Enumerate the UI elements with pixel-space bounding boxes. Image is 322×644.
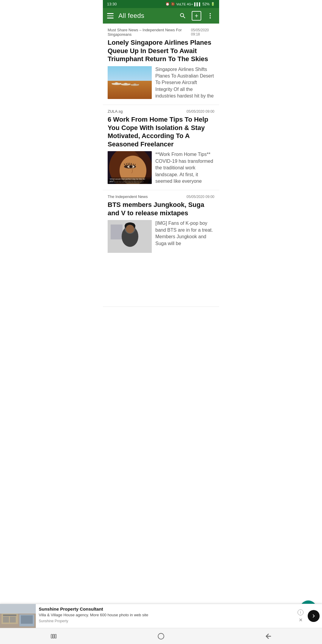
status-time: 13:30 — [107, 2, 117, 6]
article-title: BTS members Jungkook, Suga and V to rele… — [108, 201, 214, 217]
article-date: 05/05/2020 09:00 — [187, 109, 214, 114]
network-icon: VoLTE 4G+ — [176, 2, 193, 6]
article-meta: The Independent News 05/05/2020 09:00 — [108, 194, 214, 199]
article-body: [IMG] Fans of K-pop boy band BTS are in … — [108, 220, 214, 253]
article-meta: Must Share News – Independent News For S… — [108, 28, 214, 37]
thumbnail-image — [108, 66, 152, 99]
article-thumbnail — [108, 66, 152, 99]
search-icon — [179, 12, 186, 19]
article-source: Must Share News – Independent News For S… — [108, 28, 191, 37]
svg-rect-30 — [108, 179, 152, 184]
more-vertical-icon — [207, 12, 214, 19]
article-item[interactable]: ZULA.sg 05/05/2020 09:00 6 Work From Hom… — [103, 105, 219, 190]
svg-point-1 — [210, 15, 211, 16]
svg-line-23 — [130, 163, 130, 165]
mute-icon: 🔕 — [171, 2, 175, 6]
signal-bars-icon: ▌▌▌ — [194, 2, 201, 6]
article-date: 05/05/2020 09:00 — [187, 195, 214, 199]
app-bar-actions — [178, 11, 215, 21]
svg-text:What would that perfect day be: What would that perfect day be like for … — [109, 181, 144, 183]
alarm-icon: ⏰ — [165, 2, 170, 6]
feed-list: Must Share News – Independent News For S… — [103, 24, 219, 307]
article-item[interactable]: Must Share News – Independent News For S… — [103, 24, 219, 105]
article-excerpt: **Work From Home Tips** COVID-19 has tra… — [155, 151, 214, 185]
article-item[interactable]: The Independent News 05/05/2020 09:00 BT… — [103, 190, 219, 307]
add-icon — [194, 13, 199, 18]
svg-point-0 — [210, 13, 211, 14]
article-source: ZULA.sg — [108, 109, 123, 114]
svg-point-12 — [134, 83, 136, 85]
svg-point-29 — [130, 166, 132, 168]
more-options-button[interactable] — [205, 11, 215, 21]
article-excerpt: Singapore Airlines Shifts Planes To Aust… — [155, 66, 214, 100]
hamburger-menu-button[interactable] — [107, 13, 114, 18]
thumbnail-image: What would that perfect day be like for … — [108, 151, 152, 184]
article-thumbnail: What would that perfect day be like for … — [108, 151, 152, 184]
battery-level: 52% — [202, 2, 210, 6]
add-feed-button[interactable] — [192, 11, 201, 21]
article-body: What would that perfect day be like for … — [108, 151, 214, 185]
article-meta: ZULA.sg 05/05/2020 09:00 — [108, 109, 214, 114]
article-title: 6 Work From Home Tips To Help You Cope W… — [108, 115, 214, 148]
battery-icon: 🔋 — [211, 2, 215, 6]
article-title: Lonely Singapore Airlines Planes Queue U… — [108, 38, 214, 63]
article-excerpt: [IMG] Fans of K-pop boy band BTS are in … — [155, 220, 214, 253]
article-body: Singapore Airlines Shifts Planes To Aust… — [108, 66, 214, 100]
svg-point-2 — [210, 17, 211, 18]
svg-point-8 — [124, 83, 128, 84]
svg-point-39 — [126, 225, 134, 233]
svg-rect-34 — [111, 225, 123, 239]
article-date: 05/05/2020 09:18 — [191, 28, 214, 36]
svg-point-4 — [115, 82, 118, 84]
app-bar-title: All feeds — [118, 12, 173, 20]
planes-svg — [110, 76, 149, 89]
search-button[interactable] — [178, 11, 188, 21]
status-icons: ⏰ 🔕 VoLTE 4G+ ▌▌▌ 52% 🔋 — [165, 2, 215, 6]
status-bar: 13:30 ⏰ 🔕 VoLTE 4G+ ▌▌▌ 52% 🔋 — [103, 0, 219, 8]
thumbnail-image — [108, 220, 152, 253]
article-source: The Independent News — [108, 194, 148, 199]
app-bar: All feeds — [103, 8, 219, 24]
article-thumbnail — [108, 220, 152, 253]
